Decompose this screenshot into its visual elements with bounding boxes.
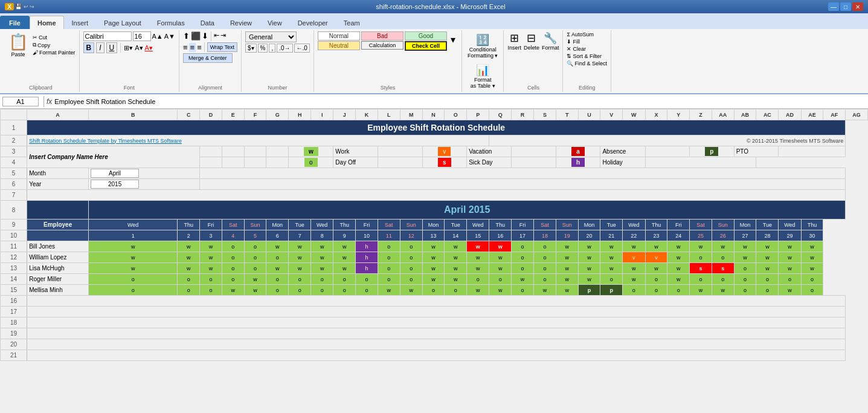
emp-mellisa-minh[interactable]: Mellisa Minh [27, 285, 89, 296]
wl-4[interactable]: o [222, 252, 244, 263]
mm-30[interactable]: o [801, 285, 823, 296]
good-style[interactable]: Good [405, 31, 447, 41]
mm-19[interactable]: w [556, 285, 578, 296]
rm-29[interactable]: o [779, 274, 801, 285]
format-as-table-btn[interactable]: 📊 Format as Table ▾ [469, 62, 497, 91]
mm-10[interactable]: o [356, 285, 378, 296]
lm-22[interactable]: w [623, 263, 645, 274]
mm-4[interactable]: w [222, 285, 244, 296]
neutral-style[interactable]: Neutral [318, 41, 360, 50]
col-S[interactable]: S [534, 109, 556, 120]
col-I[interactable]: I [311, 109, 333, 120]
col-AA[interactable]: AA [712, 109, 734, 120]
cell-reference-input[interactable] [2, 97, 39, 106]
wl-23[interactable]: v [645, 252, 667, 263]
percent-btn[interactable]: % [258, 44, 268, 53]
bj-13[interactable]: w [422, 241, 445, 252]
bj-25[interactable]: w [690, 241, 712, 252]
col-P[interactable]: P [467, 109, 489, 120]
lm-19[interactable]: w [556, 263, 578, 274]
lm-30[interactable]: w [801, 263, 823, 274]
col-AG[interactable]: AG [846, 109, 868, 120]
mm-13[interactable]: o [422, 285, 445, 296]
lm-4[interactable]: o [222, 263, 244, 274]
wl-28[interactable]: w [756, 252, 779, 263]
col-F[interactable]: F [244, 109, 266, 120]
bj-27[interactable]: w [734, 241, 756, 252]
year-value-cell[interactable] [89, 179, 200, 190]
mm-5[interactable]: w [244, 285, 266, 296]
check-cell-style[interactable]: Check Cell [405, 41, 447, 51]
mm-3[interactable]: o [200, 285, 222, 296]
col-J[interactable]: J [333, 109, 356, 120]
font-size-input[interactable] [133, 31, 151, 41]
rm-20[interactable]: w [578, 274, 600, 285]
lm-24[interactable]: w [667, 263, 690, 274]
wl-1[interactable]: w [89, 252, 178, 263]
autosum-btn[interactable]: ΣAutoSum [567, 31, 594, 37]
lm-21[interactable]: w [600, 263, 623, 274]
wl-6[interactable]: o [266, 252, 289, 263]
mm-16[interactable]: w [489, 285, 512, 296]
rm-30[interactable]: o [801, 274, 823, 285]
bj-7[interactable]: w [289, 241, 311, 252]
col-G[interactable]: G [266, 109, 289, 120]
bj-4[interactable]: o [222, 241, 244, 252]
font-color-btn[interactable]: A▾ [145, 44, 153, 52]
wl-16[interactable]: w [489, 252, 512, 263]
lm-12[interactable]: o [400, 263, 422, 274]
format-painter-button[interactable]: 🖌Format Painter [33, 50, 76, 56]
wl-30[interactable]: w [801, 252, 823, 263]
rm-13[interactable]: w [422, 274, 445, 285]
italic-btn[interactable]: I [96, 42, 104, 53]
col-E[interactable]: E [222, 109, 244, 120]
wl-21[interactable]: w [600, 252, 623, 263]
col-AF[interactable]: AF [823, 109, 846, 120]
title-cell[interactable]: Employee Shift Rotation Schedule [27, 120, 846, 135]
lm-25[interactable]: s [690, 263, 712, 274]
wl-12[interactable]: o [400, 252, 422, 263]
wl-10[interactable]: h [356, 252, 378, 263]
mm-6[interactable]: o [266, 285, 289, 296]
wl-11[interactable]: o [378, 252, 400, 263]
find-select-btn[interactable]: 🔍Find & Select [567, 60, 607, 67]
lm-28[interactable]: w [756, 263, 779, 274]
month-value-cell[interactable] [89, 168, 200, 179]
wl-9[interactable]: w [333, 252, 356, 263]
bj-5[interactable]: o [244, 241, 266, 252]
delete-btn[interactable]: ⊟ Delete [524, 31, 539, 51]
lm-7[interactable]: w [289, 263, 311, 274]
bj-2[interactable]: w [178, 241, 200, 252]
bj-21[interactable]: w [600, 241, 623, 252]
indent-left-btn[interactable]: ⇤ [214, 31, 219, 41]
col-H[interactable]: H [289, 109, 311, 120]
subtitle-cell[interactable]: Shift Rotation Schedule Template by Time… [27, 135, 489, 146]
wl-25[interactable]: o [690, 252, 712, 263]
mm-25[interactable]: w [690, 285, 712, 296]
tab-view[interactable]: View [260, 16, 290, 29]
mm-15[interactable]: w [467, 285, 489, 296]
col-Y[interactable]: Y [667, 109, 690, 120]
col-L[interactable]: L [378, 109, 400, 120]
col-AE[interactable]: AE [801, 109, 823, 120]
col-AD[interactable]: AD [779, 109, 801, 120]
wl-20[interactable]: w [578, 252, 600, 263]
rm-7[interactable]: o [289, 274, 311, 285]
mm-1[interactable]: o [89, 285, 178, 296]
rm-14[interactable]: w [445, 274, 467, 285]
col-Z[interactable]: Z [690, 109, 712, 120]
calculation-style[interactable]: Calculation [361, 41, 403, 50]
bj-6[interactable]: w [266, 241, 289, 252]
font-name-input[interactable] [83, 31, 132, 41]
bj-29[interactable]: w [779, 241, 801, 252]
rm-25[interactable]: o [690, 274, 712, 285]
col-V[interactable]: V [600, 109, 623, 120]
lm-23[interactable]: w [645, 263, 667, 274]
rm-3[interactable]: o [200, 274, 222, 285]
bj-18[interactable]: o [534, 241, 556, 252]
rm-11[interactable]: o [378, 274, 400, 285]
underline-btn[interactable]: U [106, 42, 118, 53]
rm-18[interactable]: o [534, 274, 556, 285]
mm-12[interactable]: w [400, 285, 422, 296]
rm-2[interactable]: o [178, 274, 200, 285]
